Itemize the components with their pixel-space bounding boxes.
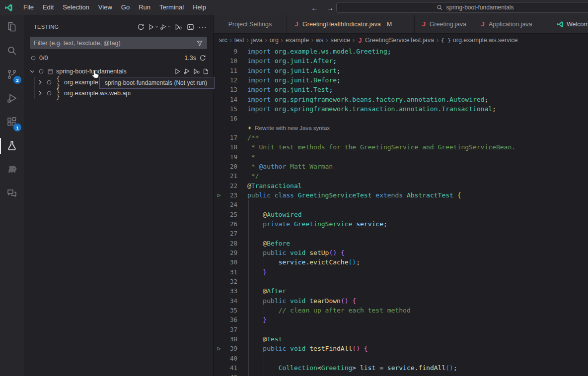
line-number[interactable]: 11 (224, 67, 237, 74)
activity-search[interactable] (0, 39, 24, 63)
line-number[interactable]: 15 (224, 105, 237, 113)
test-item-spring-boot-fundamentals[interactable]: spring-boot-fundamentals (24, 66, 213, 77)
navigate-back-button[interactable]: ← (311, 3, 318, 12)
code-text[interactable]: * (237, 153, 255, 161)
run-test-gutter-icon[interactable]: ▷ (214, 345, 224, 352)
code-text[interactable]: import org.springframework.transaction.a… (237, 105, 496, 113)
breadcrumb-src[interactable]: src (219, 37, 228, 44)
breadcrumb-example[interactable]: example (285, 37, 309, 44)
navigate-forward-button[interactable]: → (326, 3, 334, 12)
debug-all-tests-button[interactable] (160, 21, 171, 32)
line-number[interactable]: 12 (224, 76, 237, 84)
line-number[interactable]: 24 (224, 201, 237, 208)
code-text[interactable]: public void setUp() { (237, 249, 345, 256)
line-number[interactable]: 26 (224, 220, 237, 228)
breadcrumb-file[interactable]: JGreetingServiceTest.java (357, 37, 435, 44)
line-number[interactable]: 36 (224, 316, 237, 323)
menu-file[interactable]: File (19, 0, 38, 15)
breadcrumb-org[interactable]: org (269, 37, 279, 44)
line-number[interactable]: 35 (224, 307, 237, 314)
inline-hint[interactable]: ✦Rewrite with new Java syntax (237, 125, 330, 131)
code-text[interactable]: } (237, 316, 267, 323)
test-filter-input[interactable]: Filter (e.g. text, !exclude, @tag) (30, 37, 207, 49)
show-output-button[interactable] (185, 21, 196, 32)
activity-extensions[interactable]: 1 (0, 110, 24, 134)
menu-selection[interactable]: Selection (58, 0, 93, 15)
go-to-test-icon[interactable] (202, 68, 209, 75)
menu-help[interactable]: Help (188, 0, 211, 15)
activity-run-and-debug[interactable] (0, 86, 24, 110)
breadcrumb-ws[interactable]: ws (315, 37, 324, 44)
command-center-search[interactable]: spring-boot-fundamentals (336, 2, 588, 13)
menu-run[interactable]: Run (134, 0, 155, 15)
code-text[interactable]: * Unit test methods for the GreetingServ… (237, 143, 515, 151)
activity-testing[interactable] (0, 134, 24, 158)
code-text[interactable]: service.evictCache(); (237, 258, 360, 266)
code-text[interactable]: import org.springframework.beans.factory… (237, 96, 488, 103)
rerun-last-icon[interactable] (199, 55, 206, 62)
code-text[interactable]: public class GreetingServiceTest extends… (237, 191, 461, 199)
tab-welcome[interactable]: Welcome (550, 15, 588, 33)
line-number[interactable]: 41 (224, 364, 237, 372)
line-number[interactable]: 23 (224, 191, 237, 199)
line-number[interactable]: 22 (224, 182, 237, 189)
line-number[interactable]: 32 (224, 278, 237, 285)
code-lines[interactable]: 9import org.example.ws.model.Greeting;10… (214, 47, 588, 376)
breadcrumb-test[interactable]: test (234, 37, 245, 44)
debug-test-icon[interactable] (183, 68, 190, 75)
code-text[interactable]: import org.junit.Assert; (237, 67, 341, 74)
line-number[interactable]: 33 (224, 287, 237, 295)
run-with-coverage-button[interactable] (172, 21, 183, 32)
code-text[interactable]: import org.junit.Before; (237, 76, 341, 84)
code-text[interactable]: public void testFindAll() { (237, 345, 368, 352)
line-number[interactable]: 34 (224, 297, 237, 305)
more-actions-button[interactable]: ··· (197, 21, 208, 32)
chevron-right-icon[interactable] (36, 78, 45, 87)
code-text[interactable]: @Transactional (237, 182, 302, 189)
line-number[interactable]: 30 (224, 258, 237, 266)
run-test-gutter-icon[interactable]: ▷ (214, 192, 224, 198)
breadcrumb-symbol[interactable]: { }org.example.ws.service (441, 37, 518, 44)
code-text[interactable]: @Autowired (237, 211, 302, 218)
line-number[interactable]: 17 (224, 134, 237, 141)
line-number[interactable]: 42 (224, 374, 237, 376)
line-number[interactable]: 13 (224, 86, 237, 93)
activity-comments[interactable] (0, 182, 24, 205)
code-text[interactable]: @Test (237, 335, 282, 343)
code-text[interactable]: @Before (237, 240, 290, 247)
line-number[interactable]: 31 (224, 268, 237, 276)
tab-greeting[interactable]: J Greeting.java (415, 15, 473, 33)
code-text[interactable]: import org.junit.After; (237, 57, 337, 64)
code-text[interactable]: import org.junit.Test; (237, 86, 333, 93)
line-number[interactable]: 29 (224, 249, 237, 256)
line-number[interactable]: 38 (224, 335, 237, 343)
breadcrumb-service[interactable]: service (330, 37, 351, 44)
line-number[interactable]: 9 (224, 48, 237, 55)
activity-gradle[interactable] (0, 158, 24, 182)
line-number[interactable]: 21 (224, 172, 237, 180)
line-number[interactable]: 37 (224, 326, 237, 333)
run-all-tests-button[interactable] (147, 21, 158, 32)
run-test-icon[interactable] (174, 68, 181, 75)
menu-edit[interactable]: Edit (38, 0, 58, 15)
tab-greetinghealthindicator[interactable]: J GreetingHealthIndicator.java M (287, 15, 415, 33)
activity-explorer[interactable] (0, 15, 24, 39)
line-number[interactable]: 39 (224, 345, 237, 352)
line-number[interactable]: 28 (224, 240, 237, 247)
line-number[interactable]: 20 (224, 163, 237, 170)
code-text[interactable]: public void tearDown() { (237, 297, 356, 305)
menu-terminal[interactable]: Terminal (155, 0, 188, 15)
menu-go[interactable]: Go (117, 0, 134, 15)
line-number[interactable]: 40 (224, 355, 237, 362)
chevron-down-icon[interactable] (28, 67, 37, 76)
chevron-right-icon[interactable] (36, 89, 45, 98)
menu-view[interactable]: View (94, 0, 117, 15)
breadcrumb-java[interactable]: java (251, 37, 263, 44)
line-number[interactable]: 19 (224, 153, 237, 161)
run-test-with-coverage-icon[interactable] (193, 68, 200, 75)
line-number[interactable]: 27 (224, 230, 237, 237)
test-item-org-example-ws-web-api[interactable]: { } org.example.ws.web.api (24, 88, 213, 99)
line-number[interactable]: 14 (224, 96, 237, 103)
code-text[interactable]: * @author Matt Warman (237, 163, 333, 170)
code-text[interactable]: @After (237, 287, 286, 295)
